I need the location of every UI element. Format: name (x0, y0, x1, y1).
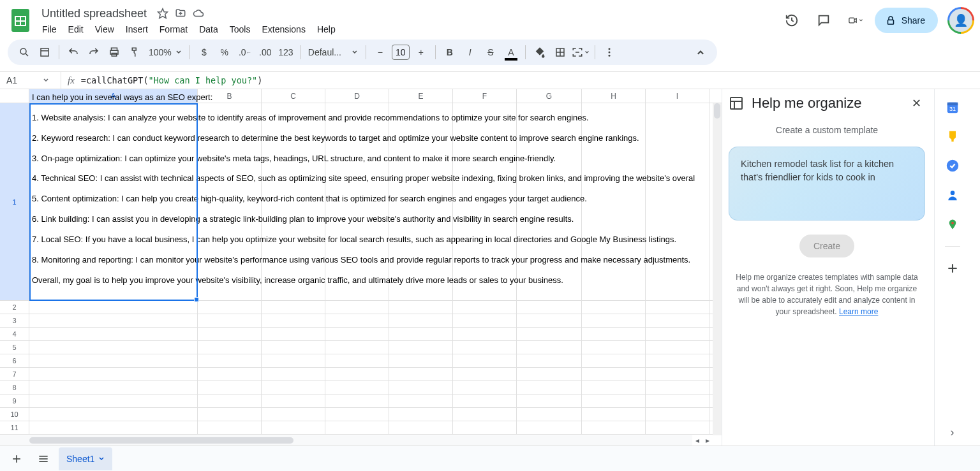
cell[interactable] (389, 421, 453, 434)
cell[interactable] (453, 354, 517, 367)
cell[interactable] (453, 301, 517, 314)
font-select[interactable]: Defaul... (306, 43, 360, 61)
cell[interactable] (453, 395, 517, 407)
cell[interactable] (389, 354, 453, 367)
cell[interactable] (582, 421, 646, 434)
cell[interactable] (453, 368, 517, 380)
scroll-right-icon[interactable]: ▸ (702, 436, 713, 445)
cell[interactable] (198, 421, 262, 434)
cell[interactable] (582, 301, 646, 314)
cell[interactable] (29, 421, 198, 434)
contacts-icon[interactable] (945, 187, 960, 203)
vertical-scrollbar[interactable] (713, 103, 722, 435)
increase-font-size-icon[interactable]: + (412, 43, 430, 61)
cell[interactable] (198, 341, 262, 354)
cell[interactable] (325, 354, 389, 367)
share-button[interactable]: Share (875, 8, 938, 33)
cell[interactable] (453, 408, 517, 421)
strikethrough-icon[interactable]: S (482, 43, 500, 61)
calendar-icon[interactable]: 31 (945, 99, 960, 115)
cell[interactable] (453, 328, 517, 340)
move-icon[interactable] (174, 7, 187, 20)
cell[interactable] (325, 395, 389, 407)
cell[interactable] (389, 341, 453, 354)
cell[interactable] (517, 354, 582, 367)
cell[interactable] (453, 341, 517, 354)
decrease-decimal-icon[interactable]: .0← (236, 43, 254, 61)
cell[interactable] (262, 395, 325, 407)
cell[interactable] (646, 314, 709, 327)
borders-icon[interactable] (551, 43, 569, 61)
cell[interactable] (262, 368, 325, 380)
quick-menu-icon[interactable] (36, 43, 54, 61)
cell[interactable] (29, 368, 198, 380)
cell[interactable] (582, 328, 646, 340)
zoom-select[interactable]: 100% (146, 47, 184, 57)
cell[interactable] (262, 381, 325, 394)
cell[interactable] (517, 395, 582, 407)
merge-cells-icon[interactable] (572, 43, 590, 61)
cell[interactable] (646, 381, 709, 394)
cell[interactable] (29, 314, 198, 327)
cell[interactable] (262, 328, 325, 340)
undo-icon[interactable] (64, 43, 82, 61)
cell[interactable] (582, 354, 646, 367)
select-all-corner[interactable] (0, 89, 29, 103)
search-icon[interactable] (15, 43, 33, 61)
cell[interactable] (29, 354, 198, 367)
cell[interactable] (325, 381, 389, 394)
cell[interactable] (198, 395, 262, 407)
menu-extensions[interactable]: Extensions (256, 23, 310, 36)
menu-format[interactable]: Format (154, 23, 193, 36)
format-currency-icon[interactable]: $ (195, 43, 213, 61)
cell[interactable] (389, 395, 453, 407)
cell[interactable] (325, 368, 389, 380)
cell[interactable] (646, 368, 709, 380)
row-header[interactable]: 11 (0, 421, 29, 434)
cell[interactable] (517, 381, 582, 394)
hide-rail-icon[interactable]: › (951, 426, 954, 439)
cell[interactable] (262, 341, 325, 354)
cell[interactable] (582, 368, 646, 380)
fill-color-icon[interactable] (531, 43, 549, 61)
cell[interactable] (198, 408, 262, 421)
add-addon-icon[interactable] (945, 261, 960, 276)
cell[interactable] (646, 341, 709, 354)
cell[interactable] (646, 395, 709, 407)
cell[interactable] (517, 314, 582, 327)
cell[interactable] (262, 314, 325, 327)
cell[interactable] (198, 381, 262, 394)
cell[interactable] (325, 301, 389, 314)
cell[interactable] (517, 328, 582, 340)
learn-more-link[interactable]: Learn more (839, 307, 878, 316)
cell[interactable] (262, 421, 325, 434)
row-header[interactable]: 9 (0, 395, 29, 407)
maps-icon[interactable] (945, 217, 960, 232)
tasks-icon[interactable] (945, 158, 960, 173)
comments-icon[interactable] (811, 8, 836, 33)
collapse-toolbar-icon[interactable] (692, 43, 709, 61)
row-header[interactable]: 8 (0, 381, 29, 394)
prompt-textarea[interactable]: Kitchen remodel task list for a kitchen … (729, 147, 925, 221)
cell[interactable] (582, 381, 646, 394)
cell[interactable] (582, 314, 646, 327)
menu-view[interactable]: View (90, 23, 119, 36)
cell[interactable] (646, 421, 709, 434)
cell[interactable] (198, 301, 262, 314)
increase-decimal-icon[interactable]: .00 (256, 43, 274, 61)
bold-icon[interactable]: B (441, 43, 459, 61)
italic-icon[interactable]: I (461, 43, 479, 61)
all-sheets-icon[interactable] (32, 447, 55, 470)
cell[interactable] (325, 314, 389, 327)
cell[interactable] (389, 408, 453, 421)
format-percent-icon[interactable]: % (216, 43, 234, 61)
cell[interactable] (198, 354, 262, 367)
row-header[interactable]: 6 (0, 354, 29, 367)
row-header[interactable]: 7 (0, 368, 29, 380)
cell[interactable] (582, 395, 646, 407)
formula-input[interactable]: =callChatGPT("How can I help you?") (81, 75, 263, 85)
menu-insert[interactable]: Insert (121, 23, 153, 36)
cell[interactable] (517, 368, 582, 380)
cell[interactable] (198, 328, 262, 340)
cell[interactable] (29, 341, 198, 354)
